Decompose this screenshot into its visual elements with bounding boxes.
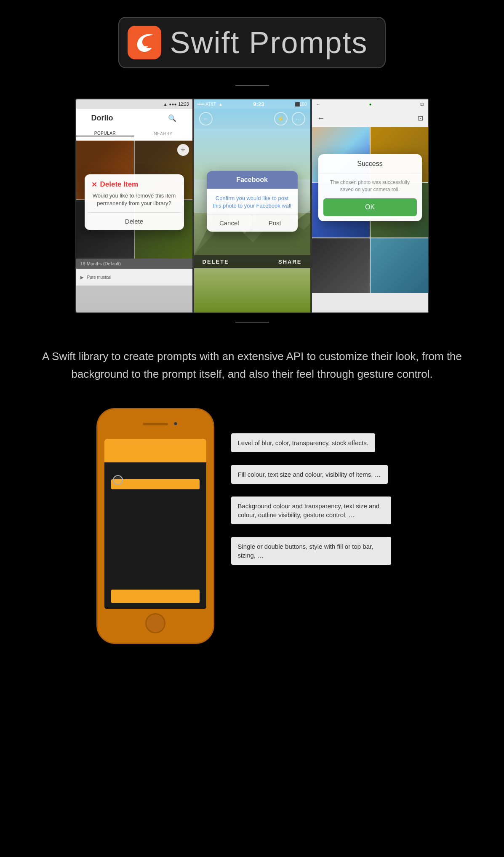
facebook-alert-buttons: Cancel Post [207, 214, 298, 232]
facebook-cancel-button[interactable]: Cancel [207, 214, 252, 232]
screen1-footer-label: 18 Months (Default) [80, 261, 188, 266]
annotation-3: Background colour and transparency, text… [231, 497, 408, 524]
screen3-action-icon[interactable]: ⊡ [418, 114, 423, 122]
screen3-back-icon[interactable]: ← [317, 113, 325, 123]
swift-logo-icon [128, 26, 161, 59]
screen1-content: + ✕ Delete Item Would you like to remove… [76, 141, 192, 259]
wifi-icon: ▲ [163, 102, 167, 107]
alert-close-icon[interactable]: ✕ [91, 181, 97, 189]
success-alert-body: The chosen photo was successfully saved … [318, 174, 422, 198]
screen1-alert-dialog: ✕ Delete Item Would you like to remove t… [85, 174, 184, 230]
content-divider [235, 322, 269, 323]
screen1-delete-button[interactable]: Delete [85, 213, 184, 230]
annotation-2: Fill colour, text size and colour, visib… [231, 465, 408, 484]
page-title: Swift Prompts [170, 25, 368, 60]
screen1-nav: ☰ Dorlio 🔍 ⋮ [76, 109, 192, 127]
screen1-app-name: Dorlio [91, 114, 164, 123]
more-button[interactable]: ··· [292, 112, 305, 125]
screen1-tab-popular[interactable]: POPULAR [76, 131, 134, 136]
back-button[interactable]: ← [199, 112, 213, 125]
phone-ui [104, 439, 206, 609]
annotation-box-4: Single or double buttons, style with fil… [231, 537, 391, 565]
phone-section: Level of blur, color, transparency, stoc… [0, 391, 504, 661]
header-divider [235, 85, 269, 86]
screen1-status-bar: ▲ ●●● 12:23 [76, 99, 192, 109]
screen2-time: 9:23 [225, 101, 292, 107]
screen1-alert-title: Delete Item [100, 180, 139, 189]
annotation-1: Level of blur, color, transparency, stoc… [231, 433, 408, 452]
success-alert-dialog: Success The chosen photo was successfull… [318, 154, 422, 221]
screen1-tab-nearby[interactable]: NEARBY [134, 131, 192, 136]
annotation-box-3: Background colour and transparency, text… [231, 497, 391, 524]
screen2-status-bar: ••••• AT&T ▲ 9:23 ⬛100 [194, 99, 310, 109]
prompt-title-bar [111, 479, 200, 489]
screenshot-3: ← ● ⊡ ← ⊡ Success The chosen phot [311, 99, 429, 313]
screen1-time: 12:23 [178, 102, 189, 107]
screen1-tabs: POPULAR NEARBY [76, 127, 192, 141]
annotation-4: Single or double buttons, style with fil… [231, 537, 408, 565]
screen1-alert-header: ✕ Delete Item [85, 174, 184, 192]
battery-icon: ⬛100 [295, 102, 307, 107]
music-label: Pure musical [87, 275, 112, 280]
signal-icon: ●●● [169, 102, 176, 107]
add-button[interactable]: + [177, 144, 189, 156]
screen2-background: ••••• AT&T ▲ 9:23 ⬛100 ← ⚡ ··· [194, 99, 310, 312]
phone-wrapper [96, 408, 214, 644]
search-icon[interactable]: 🔍 [168, 114, 176, 122]
more-icon[interactable]: ⋮ [181, 114, 187, 122]
phone-camera-icon [174, 422, 177, 425]
overlay-circle [113, 475, 123, 485]
share-label[interactable]: SHARE [278, 259, 302, 265]
prompt-button-area [111, 590, 200, 603]
facebook-alert-dialog: Facebook Confirm you would like to post … [207, 171, 298, 232]
phone-body [96, 408, 214, 644]
description-section: A Swift library to create prompts with a… [0, 331, 504, 391]
description-text: A Swift library to create prompts with a… [34, 348, 470, 383]
menu-icon: ☰ [81, 114, 87, 122]
screen1-background: ▲ ●●● 12:23 ☰ Dorlio 🔍 ⋮ POPULAR NEARBY [76, 99, 192, 312]
annotation-box-2: Fill colour, text size and colour, visib… [231, 465, 388, 484]
header-box: Swift Prompts [118, 17, 385, 68]
screenshot-2: ••••• AT&T ▲ 9:23 ⬛100 ← ⚡ ··· [193, 99, 311, 313]
screen2-carrier: ••••• AT&T [197, 102, 216, 107]
prompt-content-area [110, 492, 200, 587]
annotations-panel: Level of blur, color, transparency, stoc… [231, 408, 408, 565]
screen1-alert-body: Would you like to remove this item perma… [85, 192, 184, 212]
phone-ui-navbar [104, 447, 206, 462]
screenshots-row: ▲ ●●● 12:23 ☰ Dorlio 🔍 ⋮ POPULAR NEARBY [0, 94, 504, 318]
screen3-nav: ← ⊡ [312, 109, 428, 127]
photo-5 [312, 238, 370, 293]
phone-ui-status-bar [104, 439, 206, 447]
phone-ui-body [104, 462, 206, 609]
screen1-music-bar: ▶ Pure musical [76, 269, 192, 286]
flash-button[interactable]: ⚡ [274, 112, 288, 125]
success-ok-button[interactable]: OK [323, 198, 417, 216]
success-alert-title: Success [318, 154, 422, 174]
phone-speaker [143, 423, 168, 425]
home-icon[interactable]: ⊡ [420, 102, 424, 107]
play-icon[interactable]: ▶ [80, 275, 84, 280]
phone-screen [104, 439, 206, 609]
screen3-status: ← ● ⊡ [312, 99, 428, 109]
signal-icon: ▲ [219, 102, 223, 107]
facebook-alert-title: Facebook [212, 176, 293, 184]
facebook-alert-header: Facebook [207, 171, 298, 189]
phone-home-button[interactable] [145, 613, 165, 633]
delete-label[interactable]: DELETE [203, 259, 229, 265]
photo-6 [371, 238, 428, 293]
screen2-landscape: Facebook Confirm you would like to post … [194, 129, 310, 255]
screenshot-1: ▲ ●●● 12:23 ☰ Dorlio 🔍 ⋮ POPULAR NEARBY [75, 99, 193, 313]
screen2-nav: ← ⚡ ··· [194, 109, 310, 129]
header: Swift Prompts [0, 0, 504, 81]
screen2-footer: DELETE SHARE [194, 255, 310, 268]
screen3-background: ← ● ⊡ ← ⊡ Success The chosen phot [312, 99, 428, 312]
back-icon[interactable]: ← [316, 102, 320, 107]
facebook-post-button[interactable]: Post [252, 214, 298, 232]
battery-green-icon: ● [369, 102, 371, 107]
annotation-box-1: Level of blur, color, transparency, stoc… [231, 433, 375, 452]
facebook-alert-body: Confirm you would like to post this phot… [207, 189, 298, 214]
screen1-footer: 18 Months (Default) [76, 259, 192, 269]
